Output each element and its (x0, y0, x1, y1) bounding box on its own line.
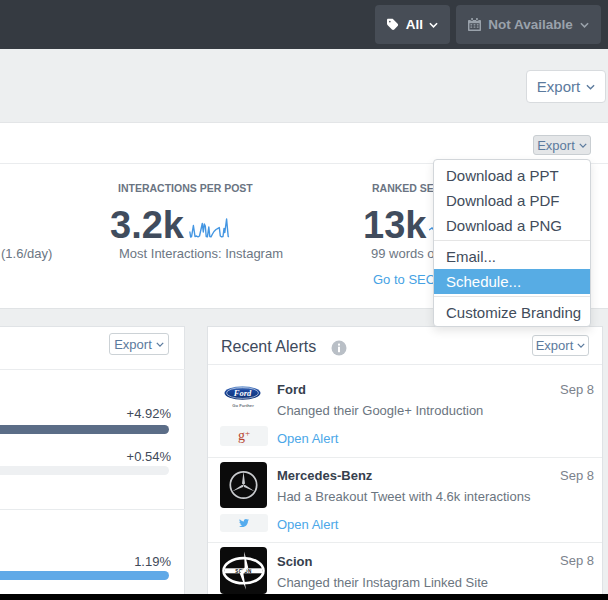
svg-text:Ford: Ford (233, 388, 252, 398)
svg-text:Go Further: Go Further (232, 403, 254, 408)
